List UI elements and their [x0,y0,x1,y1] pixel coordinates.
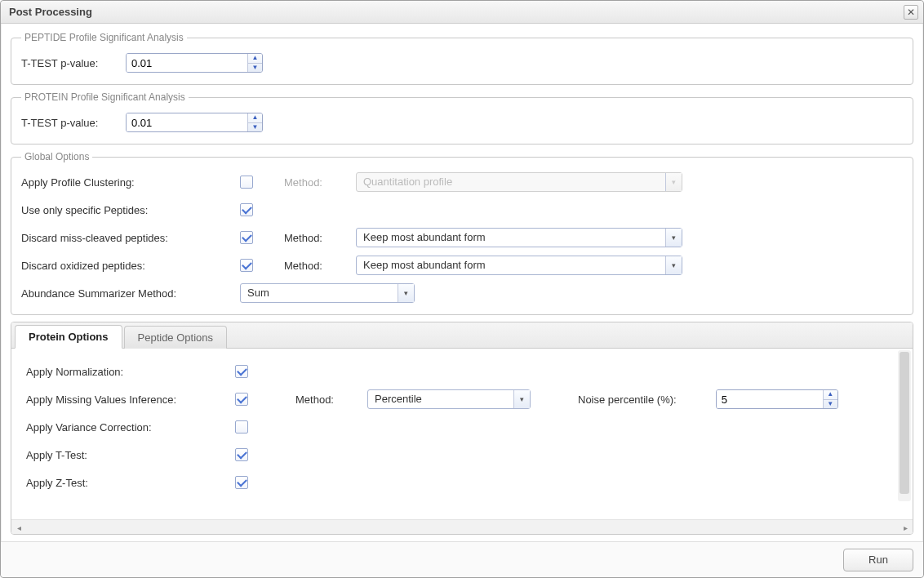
chevron-down-icon[interactable]: ▼ [248,123,262,132]
miss-cleaved-method-label: Method: [284,232,349,244]
noise-percentile-spinner[interactable]: ▲ ▼ [716,389,838,409]
missing-method-value: Percentile [368,390,513,408]
summarizer-row: Abundance Summarizer Method: Sum ▾ [21,282,903,305]
summarizer-label: Abundance Summarizer Method: [21,287,233,300]
specific-peptides-checkbox[interactable] [240,203,253,216]
missing-values-checkbox[interactable] [235,393,248,406]
ttest-label: Apply T-Test: [26,449,229,461]
chevron-up-icon[interactable]: ▲ [248,113,262,123]
oxidized-label: Discard oxidized peptides: [21,260,233,272]
window-title: Post Processing [9,6,904,18]
chevron-up-icon[interactable]: ▲ [824,390,837,400]
variance-checkbox[interactable] [235,420,248,434]
clustering-row: Apply Profile Clustering: Method: Quanti… [21,171,903,193]
titlebar: Post Processing ✕ [1,1,923,24]
ttest-checkbox[interactable] [235,448,248,461]
summarizer-select[interactable]: Sum ▾ [240,283,415,303]
specific-peptides-label: Use only specific Peptides: [21,204,233,216]
protein-profile-group: PROTEIN Profile Significant Analysis T-T… [11,91,913,144]
miss-cleaved-method-select[interactable]: Keep most abundant form ▾ [356,228,682,247]
scroll-right-icon[interactable]: ▸ [900,522,911,533]
chevron-down-icon: ▾ [665,229,682,247]
specific-peptides-row: Use only specific Peptides: [21,198,903,221]
run-button-label: Run [868,554,888,566]
oxidized-method-select[interactable]: Keep most abundant form ▾ [356,256,682,275]
oxidized-method-label: Method: [284,260,349,272]
clustering-label: Apply Profile Clustering: [21,176,233,189]
chevron-down-icon[interactable]: ▼ [248,64,262,73]
normalization-row: Apply Normalization: [26,360,898,383]
protein-pvalue-spinner[interactable]: ▲ ▼ [126,113,263,132]
miss-cleaved-row: Discard miss-cleaved peptides: Method: K… [21,226,903,249]
clustering-method-label: Method: [284,176,349,189]
run-button[interactable]: Run [843,549,913,571]
missing-values-label: Apply Missing Values Inference: [26,393,229,406]
horizontal-scrollbar[interactable]: ◂ ▸ [11,519,913,534]
spinner-buttons[interactable]: ▲ ▼ [247,113,262,131]
footer: Run [1,541,923,577]
peptide-pvalue-label: T-TEST p-value: [21,57,119,69]
protein-pvalue-row: T-TEST p-value: ▲ ▼ [21,111,903,134]
ttest-row: Apply T-Test: [26,443,898,466]
global-options-legend: Global Options [21,151,92,162]
noise-percentile-input[interactable] [717,390,823,408]
scroll-left-icon[interactable]: ◂ [13,522,24,533]
miss-cleaved-checkbox[interactable] [240,231,253,244]
noise-percentile-label: Noise percentile (%): [578,393,677,406]
spinner-buttons[interactable]: ▲ ▼ [247,54,262,72]
variance-row: Apply Variance Correction: [26,416,898,438]
normalization-label: Apply Normalization: [26,366,229,378]
post-processing-window: Post Processing ✕ PEPTIDE Profile Signif… [0,0,924,578]
tabbar: Protein Options Peptide Options [11,322,913,349]
protein-profile-legend: PROTEIN Profile Significant Analysis [21,91,189,103]
peptide-pvalue-input[interactable] [127,54,247,72]
global-options-group: Global Options Apply Profile Clustering:… [11,151,913,315]
chevron-down-icon: ▾ [665,256,682,274]
chevron-down-icon: ▾ [665,173,682,191]
missing-values-row: Apply Missing Values Inference: Method: … [26,388,898,411]
oxidized-row: Discard oxidized peptides: Method: Keep … [21,254,903,277]
variance-label: Apply Variance Correction: [26,421,229,434]
missing-method-select[interactable]: Percentile ▾ [367,389,531,409]
close-icon: ✕ [907,7,915,18]
clustering-checkbox[interactable] [240,176,253,189]
scrollbar-thumb[interactable] [900,352,909,494]
miss-cleaved-method-value: Keep most abundant form [357,229,665,247]
missing-method-label: Method: [295,393,361,406]
spinner-buttons[interactable]: ▲ ▼ [823,390,837,408]
ztest-checkbox[interactable] [235,476,248,489]
protein-pvalue-label: T-TEST p-value: [21,117,119,129]
normalization-checkbox[interactable] [235,365,248,378]
window-body: PEPTIDE Profile Significant Analysis T-T… [1,24,923,541]
chevron-down-icon[interactable]: ▼ [824,400,837,409]
tab-content: Apply Normalization: Apply Missing Value… [11,349,913,534]
tab-peptide-options[interactable]: Peptide Options [124,326,228,349]
options-tabs: Protein Options Peptide Options Apply No… [11,322,913,535]
protein-options-panel: Apply Normalization: Apply Missing Value… [11,349,913,519]
tab-protein-options[interactable]: Protein Options [15,325,122,349]
ztest-label: Apply Z-Test: [26,477,229,489]
miss-cleaved-label: Discard miss-cleaved peptides: [21,232,233,244]
ztest-row: Apply Z-Test: [26,471,898,494]
oxidized-method-value: Keep most abundant form [357,256,665,274]
peptide-profile-legend: PEPTIDE Profile Significant Analysis [21,32,187,43]
summarizer-value: Sum [241,284,398,302]
peptide-pvalue-spinner[interactable]: ▲ ▼ [126,53,263,73]
clustering-method-select: Quantitation profile ▾ [356,172,682,192]
vertical-scrollbar[interactable] [898,350,911,501]
chevron-down-icon: ▾ [513,390,530,408]
clustering-method-value: Quantitation profile [357,173,665,191]
chevron-up-icon[interactable]: ▲ [248,54,262,64]
protein-pvalue-input[interactable] [127,113,247,131]
peptide-profile-group: PEPTIDE Profile Significant Analysis T-T… [11,32,913,85]
peptide-pvalue-row: T-TEST p-value: ▲ ▼ [21,51,903,74]
oxidized-checkbox[interactable] [240,259,253,272]
chevron-down-icon: ▾ [398,284,414,302]
close-button[interactable]: ✕ [904,5,918,20]
